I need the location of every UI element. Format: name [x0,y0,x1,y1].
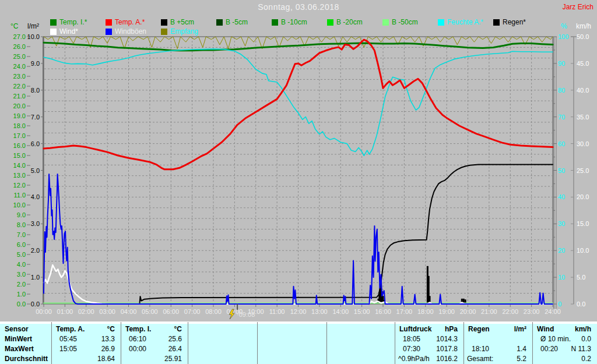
svg-text:14.0: 14.0 [13,162,26,169]
svg-text:40: 40 [558,193,565,200]
svg-text:4.0: 4.0 [17,261,26,268]
svg-text:5.0: 5.0 [577,274,585,281]
svg-text:10.0: 10.0 [27,33,40,40]
min-value: 13.3 [56,334,115,344]
svg-text:15.0: 15.0 [577,220,589,227]
svg-text:20.0: 20.0 [13,103,26,109]
svg-text:19.0: 19.0 [13,112,26,119]
max-value: N 11.3 [537,344,591,354]
svg-text:17:00: 17:00 [396,308,413,315]
svg-text:9.0: 9.0 [17,211,26,218]
svg-text:0.0: 0.0 [577,301,585,308]
svg-text:02:00: 02:00 [78,308,94,315]
svg-text:25.0: 25.0 [577,167,589,174]
svg-text:20.0: 20.0 [577,193,589,200]
svg-text:60: 60 [558,140,565,147]
table-separator [188,322,188,364]
svg-text:3.0: 3.0 [31,220,40,227]
svg-text:0.0: 0.0 [17,301,26,308]
svg-text:21:00: 21:00 [481,308,497,315]
svg-text:40.0: 40.0 [577,87,589,94]
avg-value: 0.2 [537,354,591,364]
svg-text:0.0: 0.0 [31,301,40,308]
weather-chart: 0.01.02.03.04.05.06.07.08.09.010.011.012… [0,0,597,321]
svg-text:05:00: 05:00 [142,308,158,315]
svg-text:50.0: 50.0 [577,33,589,40]
svg-text:13.0: 13.0 [13,172,26,179]
svg-text:11:00: 11:00 [269,308,285,315]
svg-text:01:00: 01:00 [57,308,73,315]
svg-text:07:00: 07:00 [184,308,201,315]
svg-text:30.0: 30.0 [577,140,589,147]
svg-text:20: 20 [558,247,565,254]
svg-text:9.0: 9.0 [31,60,40,67]
svg-text:14:00: 14:00 [332,308,349,315]
svg-text:06:00: 06:00 [163,308,179,315]
svg-text:45.0: 45.0 [577,60,589,67]
svg-text:08:00: 08:00 [205,308,222,315]
svg-text:50: 50 [558,167,565,174]
svg-text:2.0: 2.0 [31,247,40,254]
svg-text:24:00: 24:00 [545,308,561,315]
svg-text:70: 70 [558,114,565,121]
svg-text:80: 80 [558,87,565,94]
svg-text:20:00: 20:00 [460,308,476,315]
svg-text:11.0: 11.0 [13,192,26,199]
min-value: 1014.3 [399,334,458,344]
table-separator [326,322,327,364]
svg-text:2.0: 2.0 [17,281,26,288]
col-unit: km/h [537,324,591,334]
svg-text:90: 90 [558,60,565,67]
svg-text:27.0: 27.0 [13,33,26,40]
min-value: 0.0 [537,334,591,344]
svg-text:13:00: 13:00 [311,308,328,315]
svg-text:24.0: 24.0 [13,63,26,70]
table-separator [532,322,533,364]
row-header: Sensor [5,324,29,334]
svg-text:22.0: 22.0 [13,83,26,90]
avg-value: 18.64 [56,354,115,364]
svg-text:25.0: 25.0 [13,53,26,60]
table-separator [395,322,395,364]
max-value: 26.9 [56,344,115,354]
svg-text:26.0: 26.0 [13,43,26,50]
svg-text:12.0: 12.0 [13,182,26,189]
svg-text:4.0: 4.0 [31,193,40,200]
svg-text:22:00: 22:00 [502,308,518,315]
col-unit: hPa [399,324,458,334]
col-unit: l/m² [468,324,526,334]
max-value: 26.4 [125,344,182,354]
svg-text:21.0: 21.0 [13,93,26,100]
svg-text:10.0: 10.0 [13,202,26,208]
svg-text:10: 10 [558,274,565,281]
svg-text:12:00: 12:00 [290,308,307,315]
svg-text:23:00: 23:00 [524,308,540,315]
svg-text:18:00: 18:00 [417,308,434,315]
svg-text:03:00: 03:00 [99,308,115,315]
row-header: MaxWert [5,344,34,354]
avg-value: 25.91 [125,354,182,364]
svg-text:16:00: 16:00 [375,308,391,315]
col-unit: °C [125,324,182,334]
series-windb-en [44,174,553,304]
svg-text:04:00: 04:00 [121,308,137,315]
avg-value: 1016.2 [399,354,458,364]
svg-text:19:00: 19:00 [438,308,455,315]
svg-text:6.0: 6.0 [17,241,26,248]
table-separator [257,322,258,364]
svg-text:6.0: 6.0 [31,140,40,147]
avg-value: 5.2 [468,354,526,364]
svg-text:00:00: 00:00 [36,308,52,315]
svg-text:5.0: 5.0 [17,251,26,258]
svg-text:10.0: 10.0 [577,247,589,254]
svg-text:100: 100 [558,33,568,40]
svg-text:5.0: 5.0 [31,167,40,174]
svg-text:30: 30 [558,220,565,227]
max-value: 1017.8 [399,344,458,354]
col-unit: °C [56,324,115,334]
svg-text:3.0: 3.0 [17,271,26,278]
svg-text:7.0: 7.0 [31,114,40,121]
series-regen-summe [139,164,553,304]
svg-text:8.0: 8.0 [31,87,40,94]
svg-text:18.0: 18.0 [13,122,26,129]
